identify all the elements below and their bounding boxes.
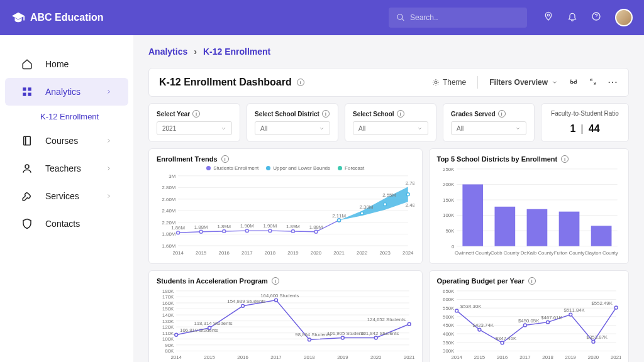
svg-text:1.80M: 1.80M	[162, 231, 176, 237]
district-select[interactable]: All	[255, 121, 330, 135]
svg-text:2016: 2016	[237, 354, 248, 360]
svg-text:550K: 550K	[443, 305, 455, 311]
svg-text:1.88M: 1.88M	[194, 224, 208, 230]
top5-chart-svg: 050K100K150K200K250KGwinnett CountyCobb …	[437, 165, 621, 257]
expand-icon[interactable]	[589, 78, 597, 87]
ratio-card: Faculty-to-Student Ratio 1|44	[541, 103, 629, 142]
svg-text:2022: 2022	[357, 250, 367, 256]
chart-acceleration: Students in Acceleration Programi 80K90K…	[148, 270, 423, 362]
filter-school: Select Schooli All	[345, 103, 436, 142]
more-icon[interactable]: ···	[608, 78, 618, 87]
ratio-label: Faculty-to-Student Ratio	[549, 110, 621, 117]
chevron-right-icon	[106, 89, 112, 95]
school-select[interactable]: All	[353, 121, 428, 135]
svg-text:118,314 Students: 118,314 Students	[194, 321, 232, 326]
sidebar-subitem-k12[interactable]: K-12 Enrollment	[0, 106, 133, 127]
search-box[interactable]	[389, 8, 527, 28]
svg-text:2018: 2018	[542, 354, 553, 360]
info-icon[interactable]: i	[498, 110, 506, 118]
svg-point-40	[269, 229, 272, 233]
svg-text:2024: 2024	[402, 250, 414, 256]
info-icon[interactable]: i	[397, 110, 404, 118]
location-icon[interactable]	[543, 11, 553, 24]
svg-text:2017: 2017	[270, 354, 281, 360]
info-icon[interactable]: i	[272, 277, 279, 285]
chart-top5-districts: Top 5 School Districts by Enrollmenti 05…	[429, 148, 630, 264]
avatar[interactable]	[615, 9, 633, 26]
glasses-icon[interactable]	[569, 77, 578, 88]
svg-point-37	[199, 230, 203, 233]
filters-overview-button[interactable]: Filters Overview	[489, 78, 558, 87]
home-icon	[21, 58, 33, 70]
svg-text:2.48M: 2.48M	[406, 202, 414, 208]
info-icon[interactable]: i	[561, 155, 569, 163]
sidebar-item-analytics[interactable]: Analytics	[5, 78, 128, 106]
svg-text:50K: 50K	[445, 228, 455, 234]
crumb-analytics[interactable]: Analytics	[148, 47, 187, 57]
svg-text:650K: 650K	[443, 288, 455, 294]
sidebar-item-contacts[interactable]: Contacts	[5, 210, 128, 238]
svg-rect-80	[591, 226, 611, 246]
shield-icon	[21, 218, 33, 229]
svg-rect-5	[28, 93, 31, 96]
search-input[interactable]	[410, 13, 519, 22]
svg-text:130K: 130K	[162, 319, 174, 324]
info-icon[interactable]: i	[192, 110, 200, 118]
info-icon[interactable]: i	[528, 277, 536, 285]
svg-text:2.80M: 2.80M	[162, 185, 176, 190]
svg-text:400K: 400K	[443, 331, 455, 337]
svg-point-152	[455, 309, 458, 312]
book-icon	[21, 135, 33, 146]
svg-point-162	[569, 313, 572, 316]
graduation-cap-icon	[11, 11, 25, 25]
svg-text:124,652 Students: 124,652 Students	[367, 317, 406, 322]
svg-text:2023: 2023	[380, 250, 391, 256]
chart-enrollment-trends: Enrollment Trendsi Students Enrollment U…	[148, 148, 423, 264]
bell-icon[interactable]	[567, 11, 577, 24]
svg-text:$353.87K: $353.87K	[586, 334, 608, 340]
svg-text:2021: 2021	[404, 354, 414, 360]
year-select[interactable]: 2021	[157, 121, 232, 135]
chevron-down-icon	[552, 79, 558, 85]
svg-text:2014: 2014	[171, 354, 182, 360]
svg-text:1.60M: 1.60M	[162, 243, 176, 249]
svg-text:$347.46K: $347.46K	[495, 336, 516, 341]
crumb-k12[interactable]: K-12 Enrollment	[203, 47, 270, 57]
svg-text:200K: 200K	[443, 182, 455, 187]
info-icon[interactable]: i	[297, 79, 304, 86]
svg-point-166	[614, 306, 618, 309]
svg-text:$511.84K: $511.84K	[564, 307, 585, 313]
svg-text:2.30M: 2.30M	[360, 204, 374, 210]
user-icon	[21, 163, 33, 174]
grid-icon	[21, 86, 33, 97]
filter-district: Select School Districti All	[247, 103, 338, 142]
nav-label: Contacts	[45, 219, 80, 229]
svg-text:3M: 3M	[169, 173, 175, 179]
nav-label: Services	[45, 191, 79, 201]
grades-select[interactable]: All	[451, 121, 526, 135]
svg-text:2021: 2021	[333, 250, 344, 256]
svg-text:300K: 300K	[443, 349, 455, 354]
info-icon[interactable]: i	[322, 110, 330, 118]
brand: ABC Education	[11, 11, 103, 25]
svg-text:160K: 160K	[162, 300, 174, 306]
page-title: K-12 Enrollment Dashboardi	[159, 77, 304, 88]
sidebar-item-teachers[interactable]: Teachers	[5, 155, 128, 182]
chevron-right-icon	[106, 138, 112, 144]
svg-point-7	[25, 165, 29, 168]
sidebar-item-services[interactable]: Services	[5, 182, 128, 210]
info-icon[interactable]: i	[221, 155, 229, 163]
sidebar-item-courses[interactable]: Courses	[5, 127, 128, 155]
svg-text:2.40M: 2.40M	[162, 208, 176, 214]
theme-button[interactable]: Theme	[432, 78, 466, 87]
sidebar-item-home[interactable]: Home	[5, 50, 128, 78]
svg-text:98,864 Students: 98,864 Students	[295, 332, 331, 338]
svg-text:1.90M: 1.90M	[264, 223, 277, 229]
brand-text: ABC Education	[30, 12, 103, 23]
svg-text:2.60M: 2.60M	[162, 197, 176, 202]
budget-chart-svg: 300K350K400K450K500K550K600K650K20142015…	[437, 287, 621, 361]
help-icon[interactable]	[591, 11, 601, 24]
svg-text:$467.61K: $467.61K	[541, 315, 562, 321]
svg-text:1.90M: 1.90M	[240, 223, 254, 229]
svg-point-0	[547, 14, 549, 16]
